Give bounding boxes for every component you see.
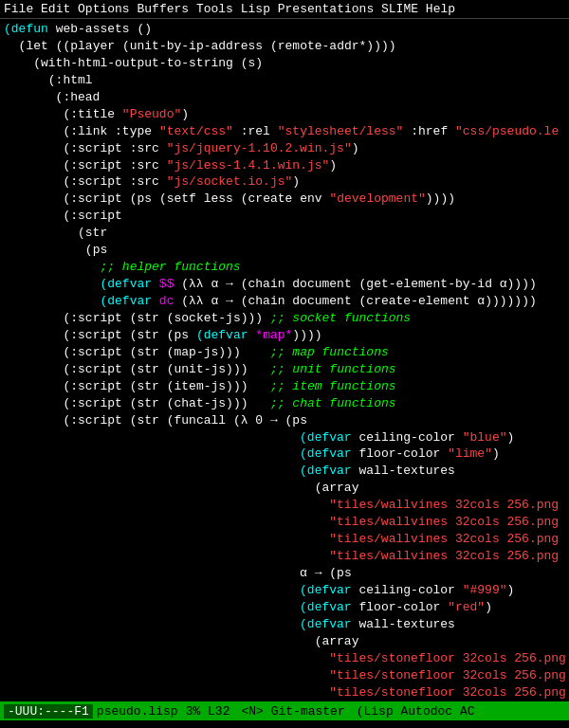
status-major-mode: (Lisp Autodoc AC [353,704,479,719]
menu-edit[interactable]: Edit [41,2,70,16]
menu-slime[interactable]: SLIME [381,2,418,16]
status-bar: -UUU:----F1 pseudo.lisp 3% L32 <N> Git-m… [0,701,569,720]
menu-options[interactable]: Options [78,2,130,16]
menu-bar: File Edit Options Buffers Tools Lisp Pre… [0,0,569,19]
status-percent: 3% L32 [182,704,234,719]
status-branch: <N> Git-master [233,704,352,719]
menu-tools[interactable]: Tools [196,2,233,16]
menu-presentations[interactable]: Presentations [278,2,374,16]
menu-lisp[interactable]: Lisp [241,2,270,16]
menu-buffers[interactable]: Buffers [137,2,189,16]
menu-file[interactable]: File [4,2,33,16]
menu-help[interactable]: Help [426,2,455,16]
status-filename: pseudo.lisp [93,704,182,719]
status-mode: -UUU:----F1 [4,704,93,719]
code-area[interactable]: (defun web-assets () (let ((player (unit… [0,19,569,701]
